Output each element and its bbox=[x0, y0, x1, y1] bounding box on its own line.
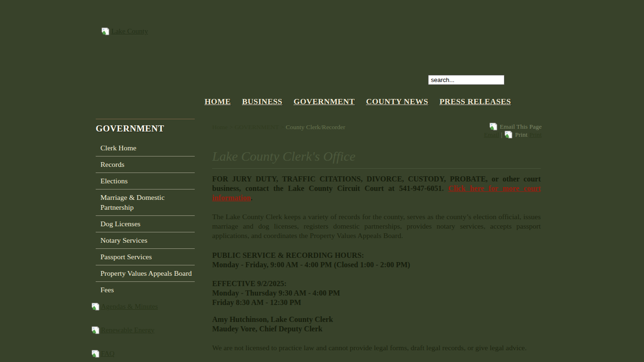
page-tools: Email This Page Email | Print Print bbox=[438, 123, 542, 139]
broken-image-icon bbox=[91, 350, 100, 358]
sidebar-item-property-values-appeals-board[interactable]: Property Values Appeals Board bbox=[96, 265, 195, 282]
agendas-minutes-label: Agendas & Minutes bbox=[101, 303, 158, 311]
legal-disclaimer: We are not licensed to practice law and … bbox=[212, 343, 541, 353]
effective-hours: EFFECTIVE 9/2/2025: Monday - Thursday 9:… bbox=[212, 279, 541, 307]
sidebar-item-marriage-domestic-partnership[interactable]: Marriage & Domestic Partnership bbox=[96, 189, 195, 216]
email-this-page-alt-text: Email This Page bbox=[500, 123, 542, 131]
main-content: Home > GOVERNMENT > County Clerk/Recorde… bbox=[212, 119, 541, 362]
nav-item-business[interactable]: BUSINESS bbox=[242, 97, 282, 107]
nav-item-government[interactable]: GOVERNMENT bbox=[294, 97, 355, 107]
renewable-energy-label: Renewable Energy bbox=[101, 326, 154, 334]
effective-line-2: Friday 8:30 AM - 12:30 PM bbox=[212, 298, 541, 307]
sidebar: GOVERNMENT Clerk Home Records Elections … bbox=[96, 119, 195, 298]
renewable-energy-link[interactable]: Renewable Energy bbox=[91, 326, 154, 334]
search-input[interactable] bbox=[428, 75, 504, 85]
logo-link[interactable]: Lake County bbox=[101, 27, 148, 35]
tools-divider: | bbox=[501, 131, 503, 139]
broken-image-icon bbox=[101, 27, 110, 35]
nav-item-home[interactable]: HOME bbox=[205, 97, 231, 107]
sidebar-menu: Clerk Home Records Elections Marriage & … bbox=[96, 140, 195, 298]
faq-link[interactable]: FAQ bbox=[91, 350, 115, 358]
broken-image-icon bbox=[504, 131, 513, 139]
faq-label: FAQ bbox=[101, 350, 115, 358]
chief-deputy-clerk-name: Maudey Vore, Chief Deputy Clerk bbox=[212, 324, 541, 334]
agendas-minutes-link[interactable]: Agendas & Minutes bbox=[91, 303, 158, 311]
staff-names: Amy Hutchinson, Lake County Clerk Maudey… bbox=[212, 315, 541, 334]
sidebar-item-passport-services[interactable]: Passport Services bbox=[96, 249, 195, 265]
email-link[interactable]: Email bbox=[484, 131, 499, 139]
hours-line: Monday - Friday, 9:00 AM - 4:00 PM (Clos… bbox=[212, 260, 541, 270]
nav-item-county-news[interactable]: COUNTY NEWS bbox=[366, 97, 428, 107]
court-notice: FOR JURY DUTY, TRAFFIC CITATIONS, DIVORC… bbox=[212, 174, 541, 203]
effective-line-1: Monday - Thursday 9:30 AM - 4:00 PM bbox=[212, 288, 541, 298]
sidebar-item-notary-services[interactable]: Notary Services bbox=[96, 232, 195, 249]
page-title: Lake County Clerk's Office bbox=[212, 149, 541, 164]
nav-item-press-releases[interactable]: PRESS RELEASES bbox=[439, 97, 511, 107]
email-this-page: Email This Page bbox=[438, 123, 542, 131]
county-clerk-name: Amy Hutchinson, Lake County Clerk bbox=[212, 315, 541, 324]
public-service-hours: PUBLIC SERVICE & RECORDING HOURS: Monday… bbox=[212, 251, 541, 270]
logo-alt-text: Lake County bbox=[111, 27, 148, 35]
main-nav: HOME BUSINESS GOVERNMENT COUNTY NEWS PRE… bbox=[205, 97, 511, 107]
effective-heading: EFFECTIVE 9/2/2025: bbox=[212, 279, 541, 288]
breadcrumb-separator: > bbox=[281, 123, 284, 131]
sidebar-item-records[interactable]: Records bbox=[96, 156, 195, 173]
sidebar-item-fees[interactable]: Fees bbox=[96, 282, 195, 298]
print-link[interactable]: Print bbox=[529, 131, 542, 139]
broken-image-icon bbox=[489, 123, 498, 131]
sidebar-title: GOVERNMENT bbox=[96, 123, 195, 134]
broken-image-icon bbox=[91, 303, 100, 311]
email-print-row: Email | Print Print bbox=[438, 131, 542, 139]
breadcrumb-home-link[interactable]: Home bbox=[212, 123, 228, 131]
print-alt-text: Print bbox=[515, 131, 527, 139]
clerk-intro-paragraph: The Lake County Clerk keeps a variety of… bbox=[212, 212, 541, 240]
broken-image-icon bbox=[91, 326, 100, 334]
title-divider bbox=[212, 168, 541, 169]
hours-heading: PUBLIC SERVICE & RECORDING HOURS: bbox=[212, 251, 541, 260]
sidebar-item-clerk-home[interactable]: Clerk Home bbox=[96, 140, 195, 156]
sidebar-item-dog-licenses[interactable]: Dog Licenses bbox=[96, 216, 195, 232]
breadcrumb-separator: > bbox=[229, 123, 233, 131]
breadcrumb-current-page: County Clerk/Recorder bbox=[286, 123, 345, 131]
sidebar-item-elections[interactable]: Elections bbox=[96, 173, 195, 189]
court-notice-period: . bbox=[251, 194, 253, 202]
breadcrumb-government-link[interactable]: GOVERNMENT bbox=[234, 123, 279, 131]
